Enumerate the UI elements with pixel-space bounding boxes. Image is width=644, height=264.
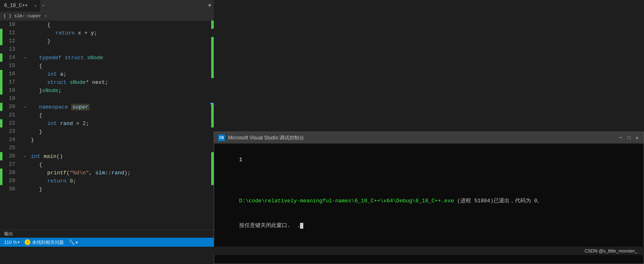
tab-title: 6_18_C++ [4,3,28,9]
tab-dropdown-icon[interactable]: ▾ [42,3,45,8]
watermark: CSDN @s_little_monster_ [214,247,644,255]
code-line-17: struct sNode* next; [31,78,208,86]
code-line-25 [31,144,208,152]
status-left: 110 % ▾ ! 未找到相关问题 🔧 ▾ [4,239,78,245]
code-content-18: }sNode; [31,88,62,94]
editor-container: 6_18_C++ ✕ ▾ + { } slm::super ▾ [0,0,214,247]
code-content-12: } [31,38,51,44]
warning-icon: ! [25,239,30,245]
symbol-bar: { } slm::super ▾ [0,12,214,21]
code-line-10: { [31,21,208,29]
console-cursor [300,223,303,229]
status-message: 未找到相关问题 [32,239,64,245]
line-num-19: 19 [2,95,18,103]
code-content-21: { [31,112,42,118]
code-line-28: printf("%d\n", slm::rand); [31,169,208,177]
line-num-10: 10 [2,21,18,29]
symbol-dropdown-icon[interactable]: ▾ [44,14,47,19]
code-line-24: } [31,136,208,144]
bottom-tab[interactable]: 输出 [0,229,214,238]
indicator-16 [21,70,29,78]
indicator-13 [21,45,29,53]
indicator-23 [21,127,29,136]
code-line-15: { [31,62,208,70]
line-num-20: 20 [2,103,18,111]
code-content-24: } [31,137,34,143]
new-tab-button[interactable]: + [205,0,214,12]
code-content-20: namespace super [31,104,90,110]
code-area[interactable]: 10 11 12 13 14 15 16 17 18 19 20 21 22 2… [0,21,214,247]
indicator-20-collapse[interactable]: - [21,103,29,111]
line-num-17: 17 [2,78,18,86]
console-titlebar: CN Microsoft Visual Studio 调试控制台 ─ □ ✕ [214,132,644,144]
indicator-22 [21,119,29,127]
code-content-27: { [31,162,42,168]
code-line-18: }sNode; [31,86,208,95]
code-content-30: } [31,186,42,192]
indicator-10 [21,21,29,29]
code-line-21: { [31,111,208,119]
indicator-12 [21,37,29,45]
console-process-info: (进程 51804)已退出，代码为 0。 [454,198,543,204]
indicator-15 [21,62,29,70]
console-minimize-button[interactable]: ─ [618,135,623,140]
symbol-bar-left: { } slm::super ▾ [3,14,210,19]
code-lines[interactable]: { return x + y; } typedef struct sNode { [29,21,208,247]
line-num-15: 15 [2,62,18,70]
editor-right-panel [214,0,644,132]
line-num-28: 28 [2,169,18,177]
zoom-control[interactable]: 110 % ▾ [4,240,20,245]
indicator-25 [21,144,29,152]
code-line-20: namespace super [31,103,208,111]
line-num-16: 16 [2,70,18,78]
code-content-26: int main() [31,153,63,160]
console-output: 1 D:\code\relatively-meaningful-names\6_… [220,148,638,238]
console-body: 1 D:\code\relatively-meaningful-names\6_… [214,144,644,264]
console-output-number: 1 [239,157,242,163]
zoom-dropdown-icon[interactable]: ▾ [18,240,20,244]
code-content-17: struct sNode* next; [31,79,108,86]
console-window[interactable]: CN Microsoft Visual Studio 调试控制台 ─ □ ✕ 1… [214,132,644,264]
console-key-hint: 按任意键关闭此窗口. . [239,222,300,229]
console-maximize-button[interactable]: □ [626,135,631,140]
code-line-27: { [31,160,208,169]
indicator-24 [21,136,29,144]
indicator-27 [21,160,29,169]
console-controls[interactable]: ─ □ ✕ [618,135,639,140]
line-num-29: 29 [2,177,18,185]
code-line-19 [31,95,208,103]
code-content-15: { [31,63,42,69]
code-content-14: typedef struct sNode [31,55,103,61]
code-line-26: int main() [31,152,208,160]
line-num-30: 30 [2,185,18,193]
indicator-26-collapse[interactable]: - [21,152,29,160]
line-num-21: 21 [2,111,18,119]
console-close-button[interactable]: ✕ [635,135,639,140]
console-icon-label: CN [219,136,224,140]
editor-tab[interactable]: 6_18_C++ ✕ [0,0,41,12]
indicator-18 [21,86,29,95]
editor-scrollbar[interactable] [208,21,214,247]
wrench-area[interactable]: 🔧 ▾ [69,239,78,245]
tab-close-icon[interactable]: ✕ [35,3,37,8]
code-line-13 [31,45,208,53]
indicator-21 [21,111,29,119]
wrench-dropdown[interactable]: ▾ [76,240,78,245]
line-num-22: 22 [2,119,18,127]
line-num-11: 11 [2,29,18,37]
symbol-left[interactable]: { } slm::super [3,14,41,19]
code-line-29: return 0; [31,177,208,185]
indicator-30 [21,185,29,193]
status-indicator: ! 未找到相关问题 [25,239,64,245]
wrench-icon: 🔧 [69,239,75,245]
line-num-13: 13 [2,45,18,53]
line-num-24: 24 [2,136,18,144]
indicator-14-collapse[interactable]: - [21,53,29,62]
line-num-23: 23 [2,127,18,136]
console-path: D:\code\relatively-meaningful-names\6_18… [239,198,454,204]
line-num-26: 26 [2,152,18,160]
zoom-label: 110 % [4,240,17,245]
status-bar: 110 % ▾ ! 未找到相关问题 🔧 ▾ [0,238,214,247]
indicator-28 [21,169,29,177]
code-content-23: } [31,129,42,135]
